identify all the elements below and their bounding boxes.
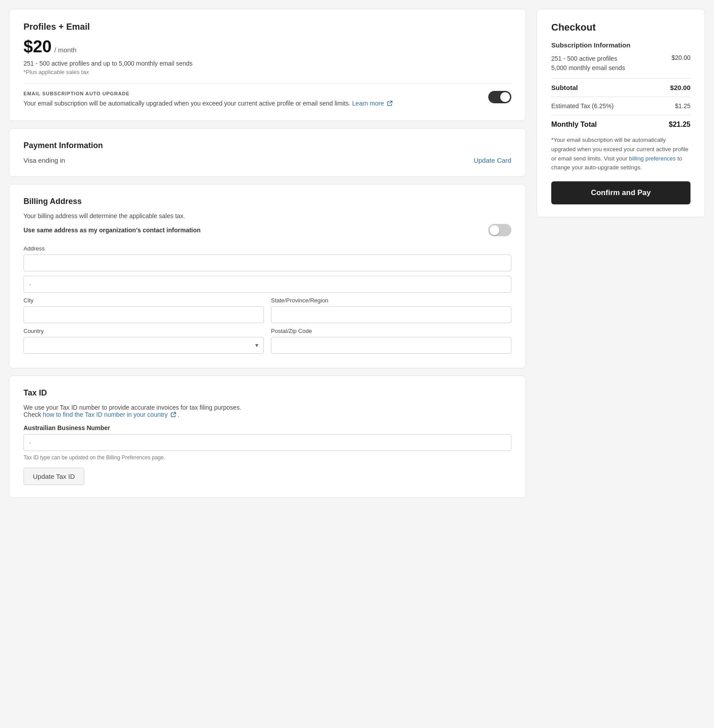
visa-label: Visa ending in: [24, 157, 65, 164]
state-input[interactable]: [271, 306, 511, 323]
profiles-email-card: Profiles + Email $20 / month 251 - 500 a…: [9, 9, 526, 121]
subscription-info-label: Subscription Information: [551, 41, 690, 49]
taxid-how-to-link[interactable]: how to find the Tax ID number in your co…: [43, 411, 178, 418]
monthly-total-value: $21.25: [669, 121, 690, 129]
profiles-title: Profiles + Email: [24, 22, 511, 32]
same-address-label: Use same address as my organization's co…: [24, 227, 200, 234]
monthly-total-label: Monthly Total: [551, 121, 597, 129]
state-label: State/Province/Region: [271, 297, 511, 304]
auto-upgrade-section: EMAIL SUBSCRIPTION AUTO UPGRADE Your ema…: [24, 91, 511, 108]
profiles-row: 251 - 500 active profiles 5,000 monthly …: [551, 54, 690, 73]
learn-more-link[interactable]: Learn more: [352, 100, 392, 107]
postal-label: Postal/Zip Code: [271, 328, 511, 334]
profile-description: 251 - 500 active profiles and up to 5,00…: [24, 60, 511, 67]
address-fields: Address City State/Province/Region: [24, 245, 511, 354]
tax-row: Estimated Tax (6.25%) $1.25: [551, 102, 690, 110]
price-period: / month: [54, 46, 76, 54]
state-field-group: State/Province/Region: [271, 297, 511, 323]
billing-section-title: Billing Address: [24, 197, 511, 206]
tax-label: Estimated Tax (6.25%): [551, 102, 614, 110]
monthly-total-row: Monthly Total $21.25: [551, 121, 690, 129]
billing-preferences-link[interactable]: billing preferences: [629, 155, 677, 162]
tax-value: $1.25: [675, 102, 690, 110]
checkout-card: Checkout Subscription Information 251 - …: [537, 9, 705, 217]
city-state-row: City State/Province/Region: [24, 297, 511, 323]
taxid-input[interactable]: [24, 434, 511, 451]
checkout-note: *Your email subscription will be automat…: [551, 136, 690, 172]
divider: [24, 83, 511, 84]
payment-section-title: Payment Information: [24, 141, 511, 150]
external-link-icon-taxid: [171, 412, 176, 417]
checkout-divider-3: [551, 115, 690, 115]
address-line2-input[interactable]: [24, 276, 511, 293]
subtotal-label: Subtotal: [551, 84, 578, 91]
postal-input[interactable]: [271, 337, 511, 354]
address-line1-input[interactable]: [24, 254, 511, 271]
auto-upgrade-label: EMAIL SUBSCRIPTION AUTO UPGRADE: [24, 91, 392, 96]
auto-upgrade-content: EMAIL SUBSCRIPTION AUTO UPGRADE Your ema…: [24, 91, 392, 108]
taxid-hint: Tax ID type can be updated on the Billin…: [24, 454, 511, 461]
billing-description: Your billing address will determine the …: [24, 212, 511, 219]
left-column: Profiles + Email $20 / month 251 - 500 a…: [9, 9, 526, 498]
confirm-and-pay-button[interactable]: Confirm and Pay: [551, 181, 690, 204]
auto-upgrade-text: Your email subscription will be automati…: [24, 99, 392, 108]
checkout-divider-2: [551, 97, 690, 97]
address-line2-field-group: [24, 276, 511, 293]
subtotal-value: $20.00: [670, 84, 690, 91]
payment-information-card: Payment Information Visa ending in Updat…: [9, 128, 526, 177]
profiles-label: 251 - 500 active profiles: [551, 54, 625, 63]
postal-field-group: Postal/Zip Code: [271, 328, 511, 354]
checkout-column: Checkout Subscription Information 251 - …: [537, 9, 705, 217]
checkout-title: Checkout: [551, 22, 690, 33]
price-row: $20 / month: [24, 37, 511, 56]
country-postal-row: Country ▼ Postal/Zip Code: [24, 328, 511, 354]
address-label: Address: [24, 245, 511, 252]
tax-id-card: Tax ID We use your Tax ID number to prov…: [9, 376, 526, 498]
payment-row: Visa ending in Update Card: [24, 157, 511, 164]
update-card-link[interactable]: Update Card: [474, 157, 511, 164]
same-address-row: Use same address as my organization's co…: [24, 224, 511, 236]
country-select-wrapper: ▼: [24, 337, 264, 354]
checkout-divider-1: [551, 78, 690, 78]
profiles-info: 251 - 500 active profiles 5,000 monthly …: [551, 54, 625, 73]
country-label: Country: [24, 328, 264, 334]
same-address-slider: [488, 224, 511, 236]
business-number-label: Austrailian Business Number: [24, 424, 511, 431]
country-field-group: Country ▼: [24, 328, 264, 354]
country-select[interactable]: [24, 337, 264, 354]
subtotal-row: Subtotal $20.00: [551, 84, 690, 91]
city-input[interactable]: [24, 306, 264, 323]
price-amount: $20: [24, 37, 51, 56]
billing-address-card: Billing Address Your billing address wil…: [9, 184, 526, 368]
taxid-description: We use your Tax ID number to provide acc…: [24, 404, 511, 418]
tax-note: *Plus applicable sales tax: [24, 69, 511, 75]
city-label: City: [24, 297, 264, 304]
profiles-price: $20.00: [671, 54, 690, 61]
email-sends-label: 5,000 monthly email sends: [551, 63, 625, 73]
toggle-slider-on: [488, 91, 511, 103]
external-link-icon: [387, 101, 392, 106]
same-address-toggle[interactable]: [488, 224, 511, 236]
city-field-group: City: [24, 297, 264, 323]
taxid-title: Tax ID: [24, 388, 511, 398]
address-field-group: Address: [24, 245, 511, 271]
auto-upgrade-toggle[interactable]: [488, 91, 511, 103]
update-tax-id-button[interactable]: Update Tax ID: [24, 468, 84, 485]
